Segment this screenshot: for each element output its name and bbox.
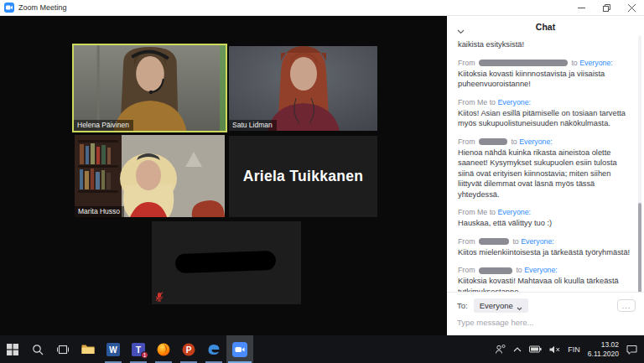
restore-button[interactable] (594, 0, 619, 15)
chat-message-body: Hienoa nähdä kuinka rikasta aineistoa ol… (458, 148, 634, 200)
recipient-name: Everyone: (497, 97, 531, 108)
action-center-icon[interactable] (626, 345, 637, 355)
chat-message-body: Kiitoksia kovasti! Mahtavaa oli kuulla t… (458, 276, 634, 292)
chat-message-header: From to Everyone: (458, 58, 634, 69)
chat-header: Chat (447, 16, 644, 38)
recipient-name: Everyone: (519, 137, 553, 148)
window-title: Zoom Meeting (18, 3, 67, 12)
to-word: to (512, 236, 521, 247)
chat-message-header: From to Everyone: (458, 137, 634, 148)
svg-text:P: P (186, 345, 192, 355)
language-indicator[interactable]: FIN (568, 345, 580, 354)
from-label: From (458, 207, 477, 218)
chat-message: From to Everyone:Kiitoksia kovasti! Maht… (458, 265, 634, 292)
battery-icon[interactable] (529, 345, 542, 353)
chat-message: From Me to Everyone:Hauskaa, että välitt… (458, 207, 634, 229)
svg-text:W: W (109, 345, 117, 355)
to-label: To: (457, 301, 468, 310)
firefox-icon[interactable] (151, 335, 176, 363)
participant-name-label: Ariela Tuikkanen (229, 136, 377, 217)
from-label: From (458, 97, 477, 108)
redacted-sender-blob (479, 267, 512, 274)
chat-scrollbar-track (638, 35, 641, 312)
mic-muted-icon (155, 290, 164, 300)
recipient-dropdown[interactable]: Everyone (474, 298, 528, 313)
chat-message: From Me to Everyone:Kiitos! Asian esillä… (458, 97, 634, 129)
chat-message: From to Everyone:Kiitos mielenkiintoises… (458, 236, 634, 258)
hidden-icons-chevron[interactable] (513, 347, 522, 352)
task-view-button[interactable] (50, 335, 75, 363)
windows-taskbar: W T 1 P (0, 335, 644, 363)
chat-message: From to Everyone:Hienoa nähdä kuinka rik… (458, 137, 634, 200)
redacted-sender-blob (479, 138, 507, 145)
svg-text:T: T (136, 345, 141, 355)
search-icon[interactable] (25, 335, 50, 363)
close-button[interactable] (619, 0, 644, 15)
minimize-button[interactable] (569, 0, 594, 15)
chat-message-header: From to Everyone: (458, 236, 634, 247)
chat-message: kaikista esityksistä! (458, 39, 634, 50)
recipient-name: Everyone: (579, 58, 613, 69)
chat-message-list[interactable]: kaikista esityksistä!From to Everyone:Ki… (447, 38, 637, 292)
recipient-name: Everyone: (524, 265, 558, 276)
chat-message-header: From to Everyone: (458, 265, 634, 276)
chat-message-input[interactable] (457, 318, 636, 327)
teams-notification-badge: 1 (141, 351, 148, 359)
clock[interactable]: 13.02 6.11.2020 (588, 340, 619, 358)
recipient-value: Everyone (480, 301, 513, 310)
chat-panel: Chat kaikista esityksistä!From to Everyo… (447, 16, 644, 335)
speaker-muted-icon[interactable] (549, 345, 560, 354)
video-tile-marita[interactable]: Marita Husso (75, 135, 225, 217)
video-feed (74, 45, 226, 131)
to-word: to (511, 137, 519, 148)
participant-name-label: Satu Lidman (229, 120, 277, 132)
to-word: to (516, 265, 524, 276)
word-icon[interactable]: W (101, 335, 126, 363)
to-word: to (490, 97, 498, 108)
video-gallery: Helena Päivinen (0, 16, 447, 335)
titlebar: Zoom Meeting (0, 0, 644, 16)
video-tile-satu[interactable]: Satu Lidman (229, 46, 377, 131)
zoom-app-icon (4, 3, 14, 13)
zoom-taskbar-icon[interactable] (226, 335, 253, 363)
participant-name-label: Helena Päivinen (74, 120, 133, 132)
video-tile-redacted[interactable] (152, 221, 301, 304)
video-feed (75, 135, 225, 217)
chat-message-body: Kiitos mielenkiintoisesta ja tärkeästä t… (458, 247, 634, 258)
start-button[interactable] (0, 335, 25, 363)
redacted-sender-blob (479, 238, 509, 245)
chat-title: Chat (447, 22, 644, 32)
powerpoint-icon[interactable]: P (176, 335, 201, 363)
zoom-meeting-window: Zoom Meeting (0, 0, 644, 363)
video-feed (229, 46, 377, 131)
sender-name: Me (477, 207, 490, 218)
recipient-name: Everyone: (497, 207, 531, 218)
chat-message: From to Everyone:Kiitoksia kovasti kiinn… (458, 58, 634, 90)
chevron-down-icon[interactable] (457, 23, 467, 31)
to-word: to (490, 207, 498, 218)
chat-message-body: Kiitoksia kovasti kiinnnostavista ja vii… (458, 69, 634, 90)
redacted-name-blob (175, 251, 277, 273)
sender-name: Me (477, 97, 490, 108)
chat-message-body: Kiitos! Asian esillä pitämiselle on tosi… (458, 108, 634, 129)
chat-message-header: From Me to Everyone: (458, 97, 634, 108)
redacted-sender-blob (479, 60, 568, 66)
chat-scrollbar-thumb[interactable] (638, 203, 641, 293)
video-tile-ariela[interactable]: Ariela Tuikkanen (229, 136, 377, 217)
video-tile-helena[interactable]: Helena Päivinen (72, 44, 227, 132)
chat-message-body: Hauskaa, että välittyy tuo :) (458, 218, 634, 229)
people-icon[interactable] (495, 344, 506, 355)
participant-name-label: Marita Husso (75, 206, 124, 218)
more-options-button[interactable]: ... (617, 299, 636, 312)
teams-icon[interactable]: T 1 (126, 335, 151, 363)
edge-icon[interactable] (201, 335, 226, 363)
from-label: From (458, 58, 477, 69)
clock-date: 6.11.2020 (588, 350, 619, 359)
clock-time: 13.02 (588, 340, 619, 350)
to-word: to (571, 58, 579, 69)
chat-message-body: kaikista esityksistä! (458, 39, 634, 50)
from-label: From (458, 236, 477, 247)
recipient-name: Everyone: (521, 236, 554, 247)
file-explorer-icon[interactable] (75, 335, 101, 363)
from-label: From (458, 265, 477, 276)
